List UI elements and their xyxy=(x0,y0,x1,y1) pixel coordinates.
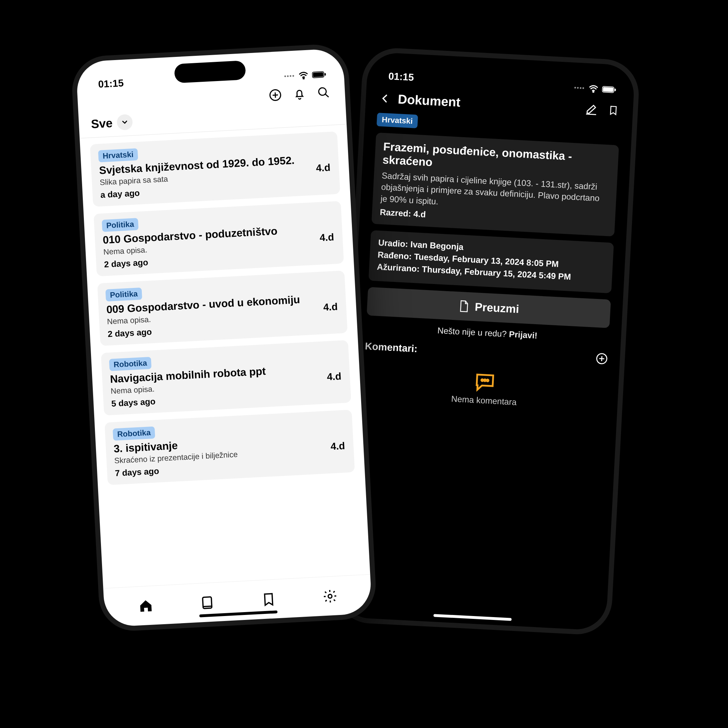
nav-library-icon[interactable] xyxy=(199,595,215,610)
page-title: Dokument xyxy=(398,92,461,110)
notch xyxy=(465,64,537,87)
add-comment-icon[interactable] xyxy=(595,352,608,365)
svg-rect-10 xyxy=(313,72,323,77)
card-tag: Hrvatski xyxy=(98,148,138,162)
status-time: 01:15 xyxy=(98,78,124,90)
edit-icon[interactable] xyxy=(585,103,598,116)
back-icon[interactable] xyxy=(380,93,390,104)
search-icon[interactable] xyxy=(317,86,330,99)
feed-card[interactable]: Politika009 Gospodarstvo - uvod u ekonom… xyxy=(97,271,348,346)
svg-point-6 xyxy=(484,379,486,381)
download-label: Preuzmi xyxy=(474,300,519,316)
filter-dropdown-button[interactable] xyxy=(116,114,133,130)
comment-icon xyxy=(474,372,496,392)
signal-dots-icon: •••• xyxy=(284,73,295,80)
card-grade: 4.d xyxy=(316,162,330,174)
home-indicator xyxy=(433,614,511,621)
phone-dark-mockup: 01:15 •••• Dokument xyxy=(333,47,641,636)
svg-rect-3 xyxy=(615,89,616,91)
feed-card[interactable]: RobotikaNavigacija mobilnih robota pptNe… xyxy=(101,340,351,416)
svg-rect-2 xyxy=(603,87,613,92)
nav-settings-icon[interactable] xyxy=(322,588,338,604)
file-icon xyxy=(458,300,470,313)
card-tag: Robotika xyxy=(109,357,152,371)
card-grade: 4.d xyxy=(323,301,338,313)
nav-bookmarks-icon[interactable] xyxy=(260,592,276,607)
card-tag: Politika xyxy=(105,288,142,301)
phone-light-mockup: 01:15 •••• xyxy=(70,43,378,633)
card-tag: Robotika xyxy=(113,427,155,441)
svg-point-0 xyxy=(593,91,594,92)
document-summary-card: Frazemi, posuđenice, onomastika - skraće… xyxy=(372,133,619,237)
svg-point-7 xyxy=(486,380,488,381)
signal-dots-icon: •••• xyxy=(574,85,585,92)
card-grade: 4.d xyxy=(330,440,345,452)
download-button[interactable]: Preuzmi xyxy=(367,287,611,328)
nav-home-icon[interactable] xyxy=(138,598,154,613)
feed-list[interactable]: HrvatskiSvjetska književnost od 1929. do… xyxy=(80,124,370,588)
no-comments-placeholder: Nema komentara xyxy=(362,366,607,412)
svg-point-15 xyxy=(328,594,332,598)
status-time: 01:15 xyxy=(388,70,414,83)
battery-icon xyxy=(312,71,326,78)
add-icon[interactable] xyxy=(269,89,282,102)
wifi-icon xyxy=(298,72,309,80)
feed-card[interactable]: HrvatskiSvjetska književnost od 1929. do… xyxy=(90,132,340,207)
feed-card[interactable]: Politika010 Gospodarstvo - poduzetništvo… xyxy=(93,201,344,276)
svg-rect-11 xyxy=(324,73,326,75)
chevron-down-icon xyxy=(121,118,128,126)
card-tag: Politika xyxy=(102,218,139,232)
filter-label: Sve xyxy=(91,116,113,131)
battery-icon xyxy=(602,86,616,93)
svg-point-5 xyxy=(481,379,483,381)
bell-icon[interactable] xyxy=(292,87,306,101)
bookmark-icon[interactable] xyxy=(608,104,619,117)
card-grade: 4.d xyxy=(327,371,342,383)
comments-label: Komentari: xyxy=(365,341,418,355)
card-grade: 4.d xyxy=(319,231,334,243)
subject-tag: Hrvatski xyxy=(376,113,418,128)
document-meta-card: Uradio: Ivan Begonja Rađeno: Tuesday, Fe… xyxy=(368,230,613,294)
wifi-icon xyxy=(588,85,599,93)
feed-card[interactable]: Robotika3. ispitivanjeSkraćeno iz prezen… xyxy=(104,410,355,485)
notch xyxy=(174,60,246,83)
svg-point-8 xyxy=(303,78,304,79)
svg-point-13 xyxy=(318,88,326,96)
